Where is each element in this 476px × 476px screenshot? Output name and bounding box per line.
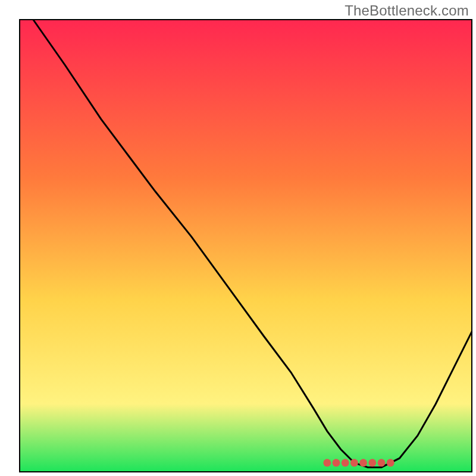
sweet-spot-point [387,459,394,466]
plot-background [20,20,472,472]
sweet-spot-point [359,459,367,466]
sweet-spot-point [368,459,376,466]
sweet-spot-point [323,459,331,466]
sweet-spot-point [350,459,358,466]
watermark-label: TheBottleneck.com [345,2,469,19]
chart-frame: TheBottleneck.com [0,0,476,476]
sweet-spot-point [333,459,340,466]
bottleneck-plot [0,0,476,476]
sweet-spot-point [342,459,349,466]
sweet-spot-point [378,459,386,466]
